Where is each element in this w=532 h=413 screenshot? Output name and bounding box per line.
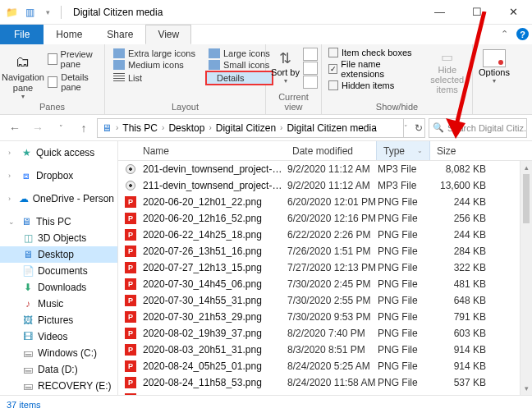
nav-3d-objects[interactable]: ◫3D Objects: [0, 230, 117, 246]
tab-home[interactable]: Home: [44, 25, 94, 44]
column-date[interactable]: Date modified: [286, 145, 376, 157]
nav-recovery-e[interactable]: 🖴RECOVERY (E:): [0, 378, 117, 394]
table-row[interactable]: P2020-06-20_12h01_22.png6/20/2020 12:01 …: [118, 194, 520, 210]
preview-pane-icon: [48, 53, 57, 65]
size-columns-icon[interactable]: [303, 76, 318, 89]
add-columns-icon[interactable]: [303, 62, 318, 75]
nav-videos[interactable]: 🎞Videos: [0, 328, 117, 345]
chevron-down-icon[interactable]: ⌄: [417, 147, 423, 154]
help-icon[interactable]: ?: [516, 28, 529, 40]
close-button[interactable]: ✕: [495, 0, 532, 25]
layout-medium[interactable]: Medium icons: [110, 59, 199, 71]
nav-this-pc[interactable]: ⌄🖥This PC: [0, 213, 117, 230]
layout-details[interactable]: Details: [205, 71, 273, 85]
png-file-icon: P: [123, 294, 138, 307]
preview-pane-button[interactable]: Preview pane: [44, 48, 101, 71]
table-row[interactable]: P2020-08-24_11h58_53.png8/24/2020 11:58 …: [118, 374, 520, 391]
layout-large[interactable]: Large icons: [205, 48, 273, 59]
options-button[interactable]: Options ▾: [476, 46, 512, 85]
scroll-thumb[interactable]: [523, 174, 530, 223]
qat-dropdown-icon[interactable]: ▾: [41, 6, 54, 19]
chevron-right-icon[interactable]: ›: [160, 123, 166, 132]
nav-quick-access[interactable]: ›★Quick access: [0, 145, 117, 161]
layout-extra-large[interactable]: Extra large icons: [110, 48, 199, 59]
table-row[interactable]: P2020-07-30_21h53_29.png7/30/2020 9:53 P…: [118, 309, 520, 325]
file-name: 90644-sin-city-sin-city-andquot-gailan..…: [143, 393, 287, 395]
file-date: 8/2/2020 7:40 PM: [287, 328, 378, 339]
file-list[interactable]: 201-devin_townsend_project-hyperdri...9/…: [118, 161, 520, 395]
table-row[interactable]: 201-devin_townsend_project-hyperdri...9/…: [118, 161, 520, 177]
table-row[interactable]: P90644-sin-city-sin-city-andquot-gailan.…: [118, 391, 520, 395]
maximize-button[interactable]: ☐: [458, 0, 495, 25]
file-name: 2020-07-30_14h55_31.png: [143, 295, 287, 306]
table-row[interactable]: P2020-07-30_14h55_31.png7/30/2020 2:55 P…: [118, 292, 520, 309]
details-pane-button[interactable]: Details pane: [44, 71, 101, 94]
chevron-down-icon[interactable]: ⌄: [8, 218, 16, 226]
titlebar: 📁 ▥ ▾ Digital Citizen media — ☐ ✕: [0, 0, 532, 25]
refresh-button[interactable]: ˅↻: [403, 119, 423, 137]
ribbon-collapse-icon[interactable]: ⌃: [501, 29, 508, 39]
table-row[interactable]: P2020-06-20_12h16_52.png6/20/2020 12:16 …: [118, 210, 520, 227]
chevron-right-icon[interactable]: ›: [8, 195, 15, 203]
chevron-right-icon[interactable]: ›: [207, 123, 213, 132]
file-size: 537 KB: [432, 377, 496, 388]
layout-small[interactable]: Small icons: [205, 59, 273, 71]
nav-desktop[interactable]: 🖥Desktop: [0, 246, 117, 263]
scroll-down-icon[interactable]: ▾: [521, 382, 532, 395]
nav-downloads[interactable]: ⬇Downloads: [0, 279, 117, 296]
table-row[interactable]: P2020-06-22_14h25_18.png6/22/2020 2:26 P…: [118, 227, 520, 243]
nav-dropbox[interactable]: ›⧈Dropbox: [0, 167, 117, 184]
tab-file[interactable]: File: [0, 25, 44, 44]
file-extensions-toggle[interactable]: ✓File name extensions: [328, 59, 420, 79]
table-row[interactable]: P2020-07-26_13h51_16.png7/26/2020 1:51 P…: [118, 243, 520, 259]
desktop-icon: 🖥: [21, 249, 34, 260]
file-size: 13,600 KB: [432, 180, 496, 191]
table-row[interactable]: P2020-08-24_05h25_01.png8/24/2020 5:25 A…: [118, 358, 520, 374]
breadcrumb-digital-citizen[interactable]: Digital Citizen: [213, 122, 278, 134]
nav-windows-c[interactable]: 🖴Windows (C:): [0, 345, 117, 361]
minimize-button[interactable]: —: [421, 0, 458, 25]
hide-selected-button[interactable]: ▭ Hide selected items: [425, 46, 469, 102]
chevron-right-icon[interactable]: ›: [114, 123, 120, 132]
group-by-icon[interactable]: [303, 48, 318, 61]
breadcrumb-current[interactable]: Digital Citizen media: [284, 122, 378, 134]
file-size: 244 KB: [432, 229, 496, 241]
breadcrumb-desktop[interactable]: Desktop: [166, 122, 207, 134]
nav-documents[interactable]: 📄Documents: [0, 263, 117, 279]
nav-data-d[interactable]: 🖴Data (D:): [0, 361, 117, 378]
dropbox-icon: ⧈: [20, 170, 33, 181]
hidden-items-toggle[interactable]: Hidden items: [328, 80, 420, 90]
column-size[interactable]: Size: [430, 145, 494, 157]
up-button[interactable]: ↑: [74, 118, 94, 138]
back-button[interactable]: ←: [5, 118, 25, 138]
scroll-up-icon[interactable]: ▴: [521, 161, 532, 174]
chevron-right-icon[interactable]: ›: [8, 172, 16, 180]
layout-list[interactable]: List: [110, 71, 199, 85]
table-row[interactable]: P2020-07-30_14h45_06.png7/30/2020 2:45 P…: [118, 276, 520, 292]
navigation-pane-button[interactable]: 🗂 Navigation pane ▾: [3, 46, 43, 102]
recent-dropdown[interactable]: ˅: [51, 118, 71, 138]
nav-onedrive[interactable]: ›☁OneDrive - Person: [0, 190, 117, 207]
tab-view[interactable]: View: [145, 25, 191, 44]
scrollbar[interactable]: ▴ ▾: [520, 161, 532, 395]
forward-button[interactable]: →: [28, 118, 48, 138]
file-name: 2020-06-20_12h01_22.png: [143, 196, 287, 208]
sort-by-button[interactable]: ⇅ Sort by ▾: [269, 46, 301, 92]
search-input[interactable]: 🔍 Search Digital Citiz...: [429, 118, 527, 138]
chevron-right-icon[interactable]: ›: [278, 123, 284, 132]
table-row[interactable]: P2020-08-02_19h39_37.png8/2/2020 7:40 PM…: [118, 325, 520, 342]
nav-pictures[interactable]: 🖼Pictures: [0, 312, 117, 328]
file-date: 3/9/2020 10:13 AM: [287, 393, 378, 395]
breadcrumb[interactable]: 🖥 › This PC › Desktop › Digital Citizen …: [97, 118, 425, 138]
chevron-right-icon[interactable]: ›: [8, 149, 16, 157]
tab-share[interactable]: Share: [94, 25, 145, 44]
breadcrumb-this-pc[interactable]: This PC: [120, 122, 160, 134]
column-type[interactable]: Type⌄: [376, 141, 430, 160]
item-check-boxes-toggle[interactable]: Item check boxes: [328, 48, 420, 57]
table-row[interactable]: P2020-08-03_20h51_31.png8/3/2020 8:51 PM…: [118, 342, 520, 358]
table-row[interactable]: P2020-07-27_12h13_15.png7/27/2020 12:13 …: [118, 259, 520, 276]
file-type: PNG File: [378, 262, 432, 273]
nav-music[interactable]: ♪Music: [0, 296, 117, 312]
table-row[interactable]: 211-devin_townsend_project-grace.m...9/2…: [118, 177, 520, 194]
column-name[interactable]: Name: [118, 145, 286, 157]
